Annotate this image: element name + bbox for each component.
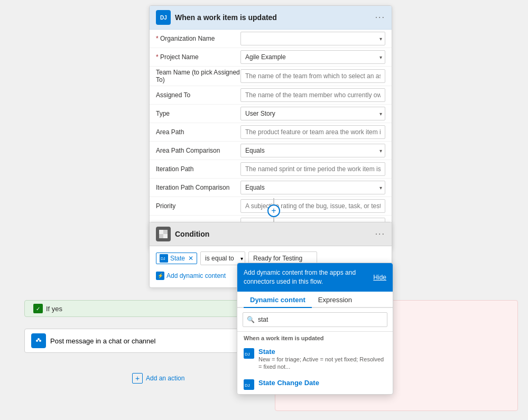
iteration-path-comparison-row: Iteration Path Comparison Equals ▾ (150, 179, 392, 197)
svg-point-9 (36, 340, 38, 342)
add-dynamic-icon: ⚡ (156, 272, 164, 280)
area-path-label: Area Path (156, 128, 240, 136)
trigger-menu-button[interactable]: ··· (375, 13, 385, 22)
dynamic-content-panel: Add dynamic content from the apps and co… (237, 263, 393, 395)
svg-rect-2 (159, 230, 163, 234)
dynamic-panel-header-text: Add dynamic content from the apps and co… (244, 268, 369, 286)
iteration-path-comparison-wrapper: Equals ▾ (240, 181, 385, 194)
dynamic-item-state-change-date-name: State Change Date (258, 379, 386, 387)
add-dynamic-content-link[interactable]: ⚡ Add dynamic content (156, 272, 226, 280)
add-action-left-button[interactable]: + Add an action (132, 373, 184, 384)
area-path-comparison-row: Area Path Comparison Equals ▾ (150, 142, 392, 160)
type-label: Type (156, 110, 240, 117)
add-action-left-label: Add an action (146, 375, 184, 382)
condition-header-left: Condition (156, 227, 209, 241)
team-name-row: Team Name (to pick Assigned To) (150, 67, 392, 86)
add-action-left-icon: + (132, 373, 143, 384)
trigger-header-left: DJ When a work item is updated (156, 10, 277, 25)
svg-point-10 (39, 340, 41, 342)
iteration-path-comparison-dropdown[interactable]: Equals (240, 181, 385, 194)
condition-icon (156, 227, 171, 241)
assigned-to-input[interactable] (240, 88, 385, 102)
dynamic-item-state[interactable]: DJ State New = for triage; Active = not … (237, 343, 393, 375)
area-path-comparison-dropdown[interactable]: Equals (240, 144, 385, 157)
org-name-dropdown-wrapper: ▾ (240, 32, 385, 45)
area-path-comparison-wrapper: Equals ▾ (240, 144, 385, 157)
condition-title: Condition (175, 230, 209, 238)
org-name-label: * Organization Name (156, 35, 240, 42)
svg-rect-3 (163, 230, 168, 234)
assigned-to-row: Assigned To (150, 86, 392, 105)
iteration-path-row: Iteration Path (150, 160, 392, 179)
assigned-to-label: Assigned To (156, 91, 240, 99)
priority-input[interactable] (240, 199, 385, 213)
post-message-label: Post message in a chat or channel (50, 337, 155, 345)
team-name-label: Team Name (to pick Assigned To) (156, 69, 240, 83)
project-name-row: * Project Name Agile Example ▾ (150, 48, 392, 67)
team-name-input[interactable] (240, 69, 385, 83)
svg-text:DJ: DJ (245, 352, 250, 357)
dynamic-search-input[interactable] (243, 312, 387, 327)
state-chip-icon: DJ (160, 254, 168, 263)
dynamic-item-state-desc: New = for triage; Active = not yet fixed… (258, 356, 386, 371)
org-name-dropdown[interactable] (240, 32, 385, 45)
search-icon: 🔍 (247, 316, 255, 323)
dynamic-search-area: 🔍 (237, 308, 393, 332)
type-dropdown-wrapper: User Story ▾ (240, 107, 385, 120)
if-yes-text: If yes (46, 305, 62, 313)
tab-expression[interactable]: Expression (312, 292, 358, 308)
dynamic-item-state-name: State (258, 348, 386, 356)
org-name-row: * Organization Name ▾ (150, 30, 392, 48)
type-dropdown[interactable]: User Story (240, 107, 385, 120)
dynamic-item-state-change-date-content: State Change Date (258, 379, 386, 387)
add-step-button[interactable]: + (267, 204, 280, 217)
type-row: Type User Story ▾ (150, 105, 392, 123)
project-name-label: * Project Name (156, 53, 240, 61)
dynamic-item-state-change-date-icon: DJ (244, 379, 254, 390)
post-message-icon (31, 333, 46, 348)
condition-menu-button[interactable]: ··· (375, 229, 385, 239)
area-path-row: Area Path (150, 123, 392, 142)
condition-header: Condition ··· (150, 222, 392, 246)
iteration-path-label: Iteration Path (156, 165, 240, 173)
checkmark-icon: ✓ (33, 304, 43, 313)
trigger-title: When a work item is updated (175, 13, 277, 22)
state-chip-close-button[interactable]: ✕ (188, 255, 193, 262)
trigger-card-header: DJ When a work item is updated ··· (150, 6, 392, 30)
state-chip[interactable]: DJ State ✕ (156, 253, 197, 264)
dynamic-item-state-content: State New = for triage; Active = not yet… (258, 348, 386, 371)
svg-rect-4 (159, 234, 163, 238)
svg-rect-8 (34, 336, 43, 346)
dynamic-item-state-icon: DJ (244, 348, 254, 359)
dynamic-item-state-change-date[interactable]: DJ State Change Date (237, 375, 393, 394)
svg-text:DJ: DJ (245, 383, 250, 388)
dynamic-search-wrapper: 🔍 (243, 312, 387, 327)
area-path-input[interactable] (240, 125, 385, 139)
dynamic-panel-tabs: Dynamic content Expression (237, 292, 393, 308)
priority-label: Priority (156, 202, 240, 210)
connector-line-top (273, 198, 274, 204)
trigger-to-condition-connector: + (267, 198, 280, 225)
if-yes-label: ✓ If yes (24, 300, 246, 317)
svg-point-11 (38, 338, 40, 340)
add-dynamic-label: Add dynamic content (166, 272, 226, 279)
iteration-path-comparison-label: Iteration Path Comparison (156, 184, 240, 191)
svg-rect-5 (163, 234, 168, 238)
iteration-path-input[interactable] (240, 162, 385, 176)
dynamic-panel-header: Add dynamic content from the apps and co… (237, 263, 393, 292)
project-name-dropdown[interactable]: Agile Example (240, 50, 385, 64)
area-path-comparison-label: Area Path Comparison (156, 147, 240, 154)
svg-text:DJ: DJ (160, 15, 167, 21)
tab-dynamic-content[interactable]: Dynamic content (244, 292, 312, 308)
post-message-action: Post message in a chat or channel (24, 329, 246, 353)
state-chip-label: State (170, 255, 185, 262)
dynamic-section-title: When a work item is updated (237, 332, 393, 343)
trigger-icon: DJ (156, 10, 171, 25)
project-name-dropdown-wrapper: Agile Example ▾ (240, 50, 385, 64)
svg-text:DJ: DJ (161, 257, 165, 260)
dynamic-panel-hide-button[interactable]: Hide (373, 274, 386, 281)
